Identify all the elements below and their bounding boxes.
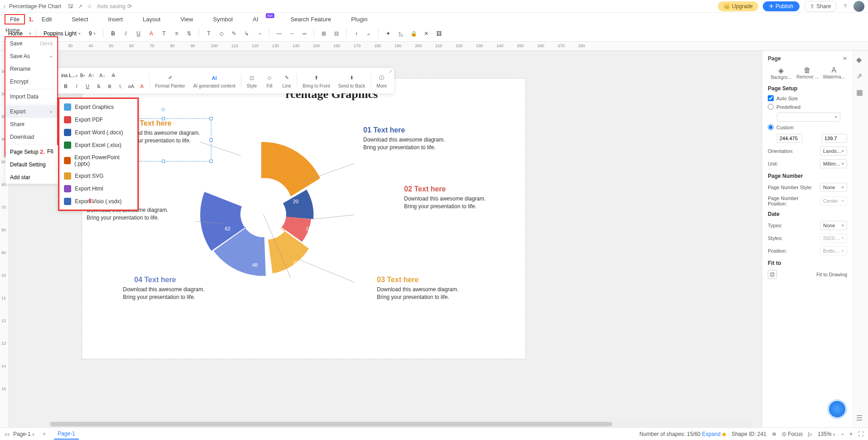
image-icon[interactable]: 🖼 <box>434 29 444 39</box>
chevron-down-icon[interactable]: ▾ <box>29 31 31 36</box>
horizontal-scrollbar[interactable] <box>50 422 753 426</box>
float-underline-icon[interactable]: U <box>83 82 92 91</box>
arrow-style-icon[interactable]: → <box>254 29 264 39</box>
float-fontcolor-icon[interactable]: A <box>137 82 146 91</box>
file-download[interactable]: Download <box>5 131 57 143</box>
export-pdf[interactable]: Export PDF <box>59 113 137 126</box>
star-icon[interactable]: ☆ <box>87 3 92 10</box>
float-style-button[interactable]: ◫Style <box>244 73 259 88</box>
file-encrypt[interactable]: Encrypt <box>5 75 57 88</box>
background-button[interactable]: ◈Backgro... <box>768 66 794 80</box>
share-button[interactable]: ⇪ Share <box>804 1 837 12</box>
export-graphics[interactable]: Export Graphics <box>59 101 137 113</box>
lock-icon[interactable]: 🔒 <box>409 29 419 39</box>
float-bullet-icon[interactable]: ≣ <box>105 82 114 91</box>
zoom-level[interactable]: 135% ▾ <box>818 431 835 437</box>
outline-icon[interactable]: ▭ <box>5 431 10 437</box>
text-tool-icon[interactable]: T <box>204 29 214 39</box>
menu-strip-icon[interactable]: ☰ <box>856 414 865 423</box>
align-icon[interactable]: ≡ <box>171 29 181 39</box>
share-strip-icon[interactable]: ⇗ <box>856 72 865 81</box>
zoom-out-button[interactable]: − <box>841 431 844 437</box>
upgrade-button[interactable]: 👑 Upgrade <box>718 1 758 11</box>
tools-icon[interactable]: ✕ <box>421 29 431 39</box>
send-back-button[interactable]: ⬇Send to Back <box>336 73 368 88</box>
file-share[interactable]: Share <box>5 118 57 131</box>
float-line-button[interactable]: ✎Line <box>279 73 294 88</box>
orientation-select[interactable]: Lands...▾ <box>820 147 847 156</box>
expand-link[interactable]: Expand <box>702 431 721 437</box>
highlight-icon[interactable]: T <box>159 29 169 39</box>
width-input[interactable] <box>777 134 802 143</box>
line-tool-icon[interactable]: ✎ <box>229 29 239 39</box>
bold-icon[interactable]: B <box>108 29 118 39</box>
callout-02[interactable]: 02 Text here Download this awesome diagr… <box>404 185 486 210</box>
line-spacing-icon[interactable]: ⇅ <box>184 29 194 39</box>
fullscreen-icon[interactable]: ⛶ <box>858 431 863 437</box>
export-html[interactable]: Export Html <box>59 182 137 195</box>
export-word[interactable]: Export Word (.docx) <box>59 126 137 139</box>
menu-search[interactable]: Search Feature <box>287 15 335 24</box>
assistant-bubble[interactable] <box>829 401 845 417</box>
float-font-select[interactable]: ins L...▾ <box>61 73 78 78</box>
pn-style-select[interactable]: None▾ <box>820 183 847 192</box>
predefined-radio[interactable] <box>768 104 774 110</box>
date-pos-select[interactable]: Botto...▾ <box>820 246 847 255</box>
export-visio[interactable]: Export Visio (.vsdx) <box>59 195 137 208</box>
file-save[interactable]: SaveCtrl+S <box>5 37 57 50</box>
menu-insert[interactable]: Insert <box>104 15 127 24</box>
callout-03[interactable]: 03 Text here Download this awesome diagr… <box>377 276 458 301</box>
effects-icon[interactable]: ✦ <box>383 29 393 39</box>
crop-icon[interactable]: ◺ <box>396 29 406 39</box>
menu-edit[interactable]: Edit <box>38 15 55 24</box>
float-collapse-icon[interactable]: ⤢ <box>389 69 392 74</box>
page-tab-1[interactable]: Page-1 <box>54 429 79 440</box>
grid-icon[interactable]: ▦ <box>856 88 865 97</box>
open-external-icon[interactable]: ↗ <box>78 3 83 10</box>
focus-toggle[interactable]: ⊙ Focus <box>782 431 803 437</box>
help-icon[interactable]: ? <box>844 3 847 10</box>
close-panel-icon[interactable]: ✕ <box>843 55 847 62</box>
connector-icon[interactable]: ↳ <box>242 29 252 39</box>
date-types-select[interactable]: None▾ <box>820 221 847 230</box>
fit-drawing-icon[interactable]: ⊡ <box>768 270 777 279</box>
file-rename[interactable]: Rename <box>5 63 57 75</box>
file-import[interactable]: Import Data <box>5 90 57 103</box>
float-size-select[interactable]: 9▾ <box>80 73 85 78</box>
canvas-page[interactable]: rcentage Graphics <box>82 78 526 359</box>
watermark-button[interactable]: AWaterma... <box>821 66 847 80</box>
layers-icon[interactable]: ≋ <box>772 431 776 437</box>
align-left-icon[interactable]: ⫞ <box>351 29 361 39</box>
menu-select[interactable]: Select <box>68 15 92 24</box>
autosize-checkbox[interactable] <box>768 95 774 101</box>
file-star[interactable]: Add star <box>5 171 58 184</box>
publish-button[interactable]: ✈ Publish <box>763 1 800 11</box>
add-page-button[interactable]: + <box>43 431 46 437</box>
rotate-handle[interactable] <box>161 108 165 111</box>
bring-front-button[interactable]: ⬆Bring to Front <box>300 73 333 88</box>
pie-chart[interactable]: 20 15 33 48 62 85 <box>195 128 354 301</box>
float-number-icon[interactable]: ⒈ <box>116 82 125 91</box>
menu-file[interactable]: File <box>5 14 25 24</box>
callout-01[interactable]: 01 Text here Download this awesome diagr… <box>363 126 445 152</box>
fill-icon[interactable]: ◇ <box>216 29 226 39</box>
distribute-icon[interactable]: ⫠ <box>364 29 374 39</box>
dash-icon[interactable]: ┄ <box>287 29 297 39</box>
float-strike-icon[interactable]: S̶ <box>94 82 103 91</box>
file-default[interactable]: Default Setting <box>5 158 58 171</box>
custom-radio[interactable] <box>768 124 774 130</box>
save-icon[interactable]: 🖫 <box>68 3 73 10</box>
float-bold-icon[interactable]: B <box>61 82 70 91</box>
italic-icon[interactable]: I <box>121 29 131 39</box>
increase-font-icon[interactable]: A↑ <box>87 71 96 80</box>
date-styles-select[interactable]: 2023-...▾ <box>820 234 847 243</box>
line-style-icon[interactable]: — <box>274 29 284 39</box>
menu-symbol[interactable]: Symbol <box>210 15 236 24</box>
export-svg[interactable]: Export SVG <box>59 170 137 182</box>
back-icon[interactable]: ‹ <box>4 3 5 10</box>
callout-04[interactable]: 04 Text here Download this awesome diagr… <box>123 276 205 301</box>
avatar[interactable] <box>853 1 864 12</box>
decrease-font-icon[interactable]: A↓ <box>98 71 107 80</box>
font-color-icon[interactable]: A <box>146 29 156 39</box>
file-page-setup[interactable]: Page Setup 2.F6 <box>5 145 58 158</box>
